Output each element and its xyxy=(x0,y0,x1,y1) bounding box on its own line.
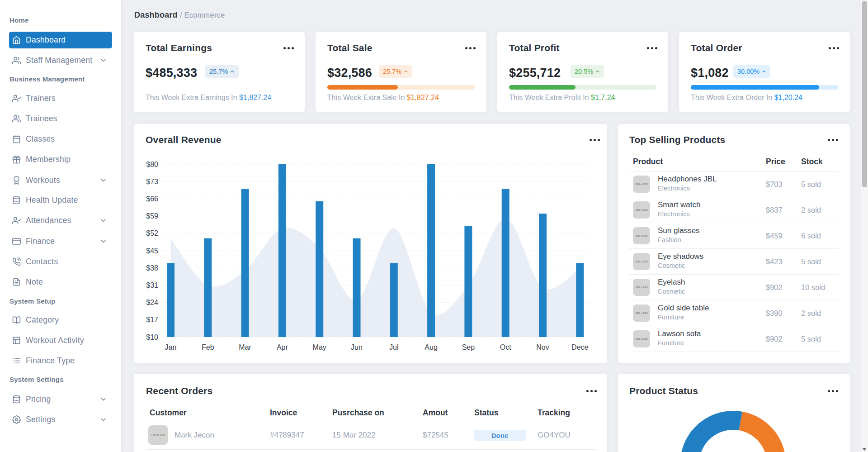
svg-text:$80: $80 xyxy=(146,161,158,168)
svg-text:$66: $66 xyxy=(146,195,158,203)
svg-text:Jan: Jan xyxy=(165,343,177,351)
svg-text:$59: $59 xyxy=(146,212,158,220)
svg-text:$17: $17 xyxy=(146,316,158,324)
svg-text:Jul: Jul xyxy=(389,343,398,351)
svg-text:$73: $73 xyxy=(146,178,158,186)
svg-text:Sep: Sep xyxy=(462,343,475,351)
svg-text:Dece: Dece xyxy=(571,343,588,351)
svg-text:Aug: Aug xyxy=(425,343,437,351)
svg-text:Jun: Jun xyxy=(351,343,363,351)
svg-text:$10: $10 xyxy=(146,333,158,341)
svg-text:Nov: Nov xyxy=(536,343,549,351)
svg-text:Feb: Feb xyxy=(202,343,214,351)
svg-text:Mar: Mar xyxy=(239,343,251,351)
svg-text:Oct: Oct xyxy=(500,343,511,351)
svg-text:$24: $24 xyxy=(146,299,158,306)
svg-text:$45: $45 xyxy=(146,247,158,255)
svg-text:Apr: Apr xyxy=(277,343,288,351)
svg-text:May: May xyxy=(313,343,326,351)
svg-text:$38: $38 xyxy=(146,264,158,272)
svg-text:$52: $52 xyxy=(146,229,158,237)
svg-text:$31: $31 xyxy=(146,281,158,289)
